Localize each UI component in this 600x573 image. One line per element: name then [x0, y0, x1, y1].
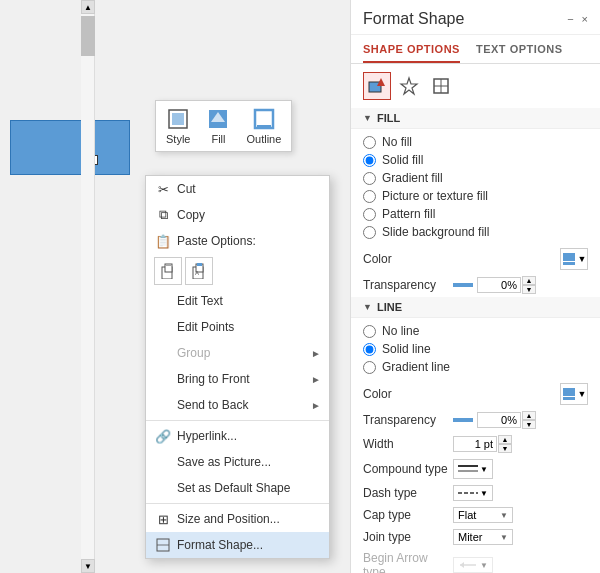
join-type-dropdown[interactable]: Miter ▼	[453, 529, 513, 545]
svg-rect-21	[563, 253, 575, 261]
copy-icon: ⧉	[154, 206, 172, 224]
begin-arrow-type-control: ▼	[453, 557, 588, 573]
line-options: No line Solid line Gradient line	[351, 318, 600, 380]
scroll-thumb[interactable]	[81, 16, 95, 56]
tab-shape-options[interactable]: SHAPE OPTIONS	[363, 43, 460, 63]
dash-type-button[interactable]: ▼	[453, 485, 493, 501]
context-hyperlink[interactable]: 🔗 Hyperlink...	[146, 423, 329, 449]
dash-type-control: ▼	[453, 485, 588, 501]
toolbar-style[interactable]: Style	[166, 107, 190, 145]
solid-fill-option[interactable]: Solid fill	[363, 151, 588, 169]
scroll-up[interactable]: ▲	[81, 0, 95, 14]
pattern-fill-option[interactable]: Pattern fill	[363, 205, 588, 223]
format-icons-row	[351, 64, 600, 108]
size-position-icon: ⊞	[154, 510, 172, 528]
context-cut[interactable]: ✂ Cut	[146, 176, 329, 202]
panel-scrollbar[interactable]: ▲ ▼	[81, 0, 95, 573]
line-transparency-row: Transparency ▲ ▼	[351, 408, 600, 432]
gradient-fill-option[interactable]: Gradient fill	[363, 169, 588, 187]
compound-type-label: Compound type	[363, 462, 453, 476]
context-menu: ✂ Cut ⧉ Copy 📋 Paste Options:	[145, 175, 330, 559]
fill-color-dropdown-arrow: ▼	[578, 254, 587, 264]
svg-rect-11	[197, 263, 202, 266]
line-color-button[interactable]: ▼	[560, 383, 588, 405]
fill-color-label: Color	[363, 252, 453, 266]
picture-texture-option[interactable]: Picture or texture fill	[363, 187, 588, 205]
cap-type-dropdown[interactable]: Flat ▼	[453, 507, 513, 523]
no-fill-option[interactable]: No fill	[363, 133, 588, 151]
context-size-position[interactable]: ⊞ Size and Position...	[146, 506, 329, 532]
svg-marker-17	[401, 78, 417, 94]
fill-options: No fill Solid fill Gradient fill Picture…	[351, 129, 600, 245]
line-width-up[interactable]: ▲	[498, 435, 512, 444]
fill-section-title: FILL	[377, 112, 400, 124]
solid-line-option[interactable]: Solid line	[363, 340, 588, 358]
svg-text:A: A	[195, 270, 199, 276]
svg-rect-1	[172, 113, 184, 125]
svg-rect-23	[563, 388, 575, 396]
close-button[interactable]: ×	[582, 13, 588, 25]
cap-type-label: Cap type	[363, 508, 453, 522]
bring-front-arrow: ►	[311, 374, 321, 385]
no-line-label: No line	[382, 324, 419, 338]
gradient-line-option[interactable]: Gradient line	[363, 358, 588, 376]
separator-2	[146, 503, 329, 504]
compound-type-button[interactable]: ▼	[453, 459, 493, 479]
no-line-option[interactable]: No line	[363, 322, 588, 340]
line-section-header[interactable]: ▼ LINE	[351, 297, 600, 318]
fill-arrow-icon: ▼	[363, 113, 372, 123]
header-controls: − ×	[567, 13, 588, 25]
context-set-default[interactable]: Set as Default Shape	[146, 475, 329, 501]
dash-dropdown-arrow: ▼	[480, 489, 488, 498]
line-color-row: Color ▼	[351, 380, 600, 408]
compound-type-row: Compound type ▼	[351, 456, 600, 482]
join-type-label: Join type	[363, 530, 453, 544]
line-width-label: Width	[363, 437, 453, 451]
edit-points-icon	[154, 318, 172, 336]
fill-section-header[interactable]: ▼ FILL	[351, 108, 600, 129]
context-copy[interactable]: ⧉ Copy	[146, 202, 329, 228]
fill-color-button[interactable]: ▼	[560, 248, 588, 270]
fill-transparency-up[interactable]: ▲	[522, 276, 536, 285]
context-format-shape[interactable]: Format Shape...	[146, 532, 329, 558]
toolbar-outline[interactable]: Outline	[246, 107, 281, 145]
outline-label: Outline	[246, 133, 281, 145]
shape-rectangle[interactable]	[10, 120, 130, 175]
no-fill-label: No fill	[382, 135, 412, 149]
fill-icon	[206, 107, 230, 131]
effects-tab-icon[interactable]	[395, 72, 423, 100]
line-width-down[interactable]: ▼	[498, 444, 512, 453]
svg-rect-22	[563, 262, 575, 265]
paste-keep-source[interactable]	[154, 257, 182, 285]
scroll-down[interactable]: ▼	[81, 559, 95, 573]
context-bring-front[interactable]: Bring to Front ►	[146, 366, 329, 392]
picture-texture-label: Picture or texture fill	[382, 189, 488, 203]
context-send-back[interactable]: Send to Back ►	[146, 392, 329, 418]
fill-transparency-input[interactable]	[477, 277, 521, 293]
slide-area: Style Fill Outline	[0, 0, 345, 573]
context-group[interactable]: Group ►	[146, 340, 329, 366]
slide-bg-fill-option[interactable]: Slide background fill	[363, 223, 588, 241]
toolbar-fill[interactable]: Fill	[206, 107, 230, 145]
hyperlink-icon: 🔗	[154, 427, 172, 445]
context-edit-text[interactable]: Edit Text	[146, 288, 329, 314]
tab-text-options[interactable]: TEXT OPTIONS	[476, 43, 563, 63]
line-transparency-up[interactable]: ▲	[522, 411, 536, 420]
context-edit-points[interactable]: Edit Points	[146, 314, 329, 340]
line-width-spinner: ▲ ▼	[498, 435, 512, 453]
line-color-label: Color	[363, 387, 453, 401]
line-transparency-control: ▲ ▼	[453, 411, 588, 429]
line-color-dropdown-arrow: ▼	[578, 389, 587, 399]
fill-transparency-down[interactable]: ▼	[522, 285, 536, 294]
fill-line-tab-icon[interactable]	[363, 72, 391, 100]
line-arrow-icon: ▼	[363, 302, 372, 312]
size-tab-icon[interactable]	[427, 72, 455, 100]
context-save-picture[interactable]: Save as Picture...	[146, 449, 329, 475]
paste-destination-theme[interactable]: A	[185, 257, 213, 285]
line-transparency-down[interactable]: ▼	[522, 420, 536, 429]
pin-button[interactable]: −	[567, 13, 573, 25]
join-dropdown-arrow: ▼	[500, 533, 508, 542]
line-width-input[interactable]	[453, 436, 497, 452]
solid-line-label: Solid line	[382, 342, 431, 356]
line-transparency-input[interactable]	[477, 412, 521, 428]
